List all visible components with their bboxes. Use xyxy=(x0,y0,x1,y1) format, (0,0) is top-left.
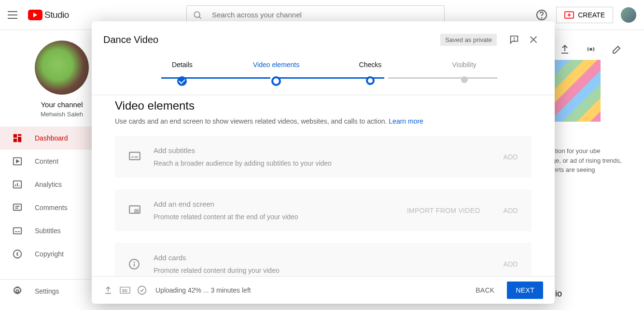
card-text: Add cards Promote related content during… xyxy=(154,254,490,274)
sd-icon: SD xyxy=(120,286,130,294)
check-icon xyxy=(177,76,187,86)
card-text: Add an end screen Promote related conten… xyxy=(154,200,393,221)
info-icon xyxy=(128,258,140,270)
svg-point-39 xyxy=(138,286,146,295)
card-desc: Reach a broader audience by adding subti… xyxy=(154,159,490,167)
add-subtitles-button[interactable]: ADD xyxy=(504,153,518,161)
card-desc: Promote related content at the end of yo… xyxy=(154,213,393,221)
upload-status-icon xyxy=(103,285,113,295)
back-button[interactable]: BACK xyxy=(470,282,500,299)
import-from-video-button[interactable]: IMPORT FROM VIDEO xyxy=(407,207,480,214)
svg-rect-33 xyxy=(135,210,139,212)
modal-title: Dance Video xyxy=(103,34,440,45)
subtitles-card: Add subtitles Reach a broader audience b… xyxy=(115,136,532,178)
section-desc-text: Use cards and an end screen to show view… xyxy=(115,117,389,125)
step-visibility[interactable]: Visibility xyxy=(417,61,511,83)
card-text: Add subtitles Reach a broader audience b… xyxy=(154,146,490,167)
svg-point-26 xyxy=(514,40,515,41)
svg-rect-29 xyxy=(129,152,140,159)
step-label: Checks xyxy=(323,61,418,70)
next-button[interactable]: NEXT xyxy=(507,282,543,299)
add-cards-button[interactable]: ADD xyxy=(504,260,518,268)
card-title: Add subtitles xyxy=(154,146,490,155)
step-label: Details xyxy=(135,61,229,70)
end-screen-icon xyxy=(128,205,140,216)
card-title: Add cards xyxy=(154,254,490,262)
upload-status-text: Uploading 42% ... 3 minutes left xyxy=(155,286,463,294)
step-label: Video elements xyxy=(229,61,323,70)
svg-point-36 xyxy=(134,262,135,262)
modal-body: Video elements Use cards and an end scre… xyxy=(92,95,555,276)
cards-card: Add cards Promote related content during… xyxy=(115,243,532,276)
section-desc: Use cards and an end screen to show view… xyxy=(115,117,532,125)
close-icon[interactable] xyxy=(524,30,543,49)
step-disabled-icon xyxy=(461,76,468,83)
subtitles-icon xyxy=(128,151,140,163)
step-pending-icon xyxy=(366,76,375,85)
check-circle-icon xyxy=(137,285,147,295)
feedback-icon[interactable] xyxy=(504,30,524,49)
upload-modal: Dance Video Saved as private Details Vid… xyxy=(92,21,555,304)
card-desc: Promote related content during your vide… xyxy=(154,267,490,274)
step-video-elements[interactable]: Video elements xyxy=(229,61,323,86)
modal-footer: SD Uploading 42% ... 3 minutes left BACK… xyxy=(92,276,555,304)
end-screen-card: Add an end screen Promote related conten… xyxy=(115,189,532,231)
step-line xyxy=(388,77,497,79)
modal-header: Dance Video Saved as private xyxy=(92,21,555,57)
svg-text:SD: SD xyxy=(122,289,128,293)
step-details[interactable]: Details xyxy=(135,61,229,86)
stepper: Details Video elements Checks Visibility xyxy=(92,57,555,95)
card-title: Add an end screen xyxy=(154,200,393,208)
saved-badge: Saved as private xyxy=(440,34,497,46)
step-label: Visibility xyxy=(417,61,511,70)
step-current-icon xyxy=(271,76,281,86)
section-title: Video elements xyxy=(115,99,532,113)
add-end-screen-button[interactable]: ADD xyxy=(504,207,518,214)
learn-more-link[interactable]: Learn more xyxy=(389,117,423,125)
step-checks[interactable]: Checks xyxy=(323,61,418,85)
